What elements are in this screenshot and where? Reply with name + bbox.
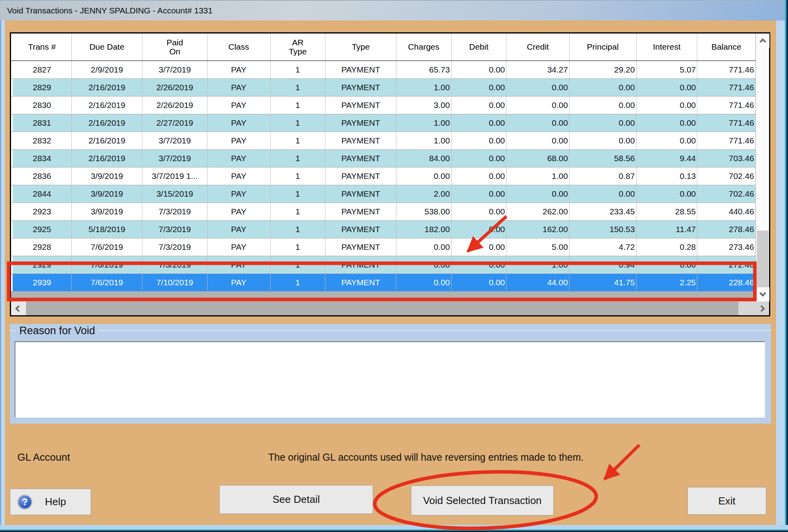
- groupbox-border: [10, 330, 771, 331]
- table-cell: 0.00: [452, 97, 507, 114]
- table-cell: PAY: [207, 167, 271, 185]
- table-cell: PAY: [207, 61, 271, 78]
- table-cell: 1: [271, 114, 326, 132]
- help-button[interactable]: ? Help: [10, 489, 91, 515]
- column-header[interactable]: Paid On: [142, 33, 207, 60]
- table-cell: 771.46: [697, 132, 756, 149]
- table-row[interactable]: 29233/9/20197/3/2019PAY1PAYMENT538.000.0…: [11, 203, 756, 221]
- table-cell: 0.00: [570, 185, 637, 203]
- table-row[interactable]: 29397/6/20197/10/2019PAY1PAYMENT0.000.00…: [11, 274, 756, 292]
- table-cell: 2929: [13, 256, 72, 273]
- title-bar: Void Transactions - JENNY SPALDING - Acc…: [0, 0, 788, 20]
- column-header[interactable]: AR Type: [271, 33, 326, 60]
- vertical-scroll-thumb[interactable]: [757, 231, 769, 288]
- table-cell: 0.00: [637, 97, 698, 114]
- table-cell: PAY: [207, 274, 271, 291]
- void-selected-transaction-button[interactable]: Void Selected Transaction: [411, 485, 554, 515]
- table-cell: PAYMENT: [325, 150, 396, 167]
- table-row[interactable]: 28342/16/20193/7/2019PAY1PAYMENT84.000.0…: [11, 150, 756, 167]
- table-row[interactable]: 29297/6/20197/3/2019PAY1PAYMENT0.000.001…: [11, 256, 756, 274]
- exit-button[interactable]: Exit: [687, 487, 766, 515]
- table-cell: 65.73: [396, 61, 452, 78]
- table-cell: 7/10/2019: [142, 274, 207, 291]
- table-cell: 3/9/2019: [72, 185, 143, 203]
- table-cell: 3/9/2019: [72, 203, 143, 220]
- table-cell: 0.00: [506, 132, 570, 149]
- table-cell: 0.00: [396, 238, 452, 256]
- table-cell: 0.00: [506, 114, 570, 132]
- table-cell: 2925: [13, 221, 72, 238]
- table-cell: 0.00: [506, 79, 570, 96]
- table-cell: 0.94: [570, 256, 637, 273]
- scroll-right-button[interactable]: [754, 301, 769, 315]
- window-border-right: [776, 20, 785, 532]
- vertical-scrollbar[interactable]: [756, 33, 769, 301]
- table-cell: 7/6/2019: [72, 256, 143, 273]
- table-cell: 0.00: [570, 114, 637, 132]
- table-cell: 2.25: [637, 274, 698, 291]
- table-row[interactable]: 29255/18/20197/3/2019PAY1PAYMENT182.000.…: [11, 221, 756, 238]
- horizontal-scrollbar[interactable]: [11, 301, 769, 315]
- column-header[interactable]: Balance: [697, 33, 756, 60]
- table-cell: 1: [271, 185, 326, 203]
- table-row[interactable]: 29287/6/20197/3/2019PAY1PAYMENT0.000.005…: [11, 238, 756, 256]
- column-header[interactable]: Interest: [637, 33, 698, 60]
- table-row[interactable]: 28272/9/20193/7/2019PAY1PAYMENT65.730.00…: [11, 61, 756, 79]
- table-cell: 7/3/2019: [142, 221, 207, 238]
- scroll-up-button[interactable]: [756, 33, 769, 48]
- table-cell: PAY: [207, 132, 271, 149]
- table-cell: 41.75: [570, 274, 637, 291]
- table-header-row: Trans #Due DatePaid OnClassAR TypeTypeCh…: [11, 33, 756, 61]
- column-header[interactable]: Due Date: [72, 33, 143, 60]
- chevron-down-icon: [760, 290, 766, 297]
- see-detail-button[interactable]: See Detail: [219, 485, 373, 514]
- table-cell: 0.00: [506, 97, 570, 114]
- table-cell: 0.00: [452, 61, 507, 78]
- table-cell: PAYMENT: [325, 79, 396, 96]
- table-cell: 0.00: [452, 203, 507, 220]
- reason-for-void-group: Reason for Void: [10, 324, 771, 424]
- reversing-entries-message: The original GL accounts used will have …: [205, 452, 647, 463]
- table-cell: 0.00: [570, 79, 637, 96]
- column-header[interactable]: Debit: [452, 33, 507, 60]
- table-cell: 0.00: [570, 97, 637, 114]
- table-cell: 0.00: [637, 79, 698, 96]
- table-row[interactable]: 28363/9/20193/7/2019 1...PAY1PAYMENT0.00…: [11, 167, 756, 185]
- horizontal-scroll-thumb[interactable]: [26, 301, 738, 315]
- table-cell: 0.00: [452, 132, 507, 149]
- table-cell: 771.46: [697, 114, 756, 132]
- table-cell: PAYMENT: [325, 238, 396, 256]
- table-row[interactable]: 28443/9/20193/15/2019PAY1PAYMENT2.000.00…: [11, 185, 756, 203]
- column-header[interactable]: Credit: [506, 33, 570, 60]
- table-row[interactable]: 28292/16/20192/26/2019PAY1PAYMENT1.000.0…: [11, 79, 756, 97]
- column-header[interactable]: Trans #: [13, 33, 72, 60]
- table-cell: 2844: [13, 185, 72, 203]
- help-button-label: Help: [45, 496, 66, 508]
- column-header[interactable]: Type: [325, 33, 396, 60]
- chevron-right-icon: [758, 305, 765, 312]
- table-cell: 0.00: [452, 79, 507, 96]
- table-cell: 0.00: [637, 132, 698, 149]
- reason-for-void-input[interactable]: [15, 341, 765, 418]
- table-cell: PAY: [207, 114, 271, 132]
- scroll-down-button[interactable]: [756, 287, 769, 301]
- table-cell: 0.00: [452, 256, 507, 273]
- table-cell: 9.44: [637, 150, 698, 167]
- table-cell: PAY: [207, 221, 271, 238]
- table-cell: 5.07: [637, 61, 698, 78]
- scroll-left-button[interactable]: [11, 301, 26, 315]
- table-cell: 58.56: [570, 150, 637, 167]
- table-cell: 262.00: [506, 203, 570, 220]
- column-header[interactable]: Principal: [570, 33, 637, 60]
- table-cell: PAY: [207, 238, 271, 256]
- table-cell: 2/26/2019: [142, 97, 207, 114]
- table-row[interactable]: 28322/16/20193/7/2019PAY1PAYMENT1.000.00…: [11, 132, 756, 150]
- table-cell: 0.00: [452, 185, 507, 203]
- table-cell: 2827: [13, 61, 72, 78]
- table-cell: PAYMENT: [325, 114, 396, 132]
- table-row[interactable]: 28302/16/20192/26/2019PAY1PAYMENT3.000.0…: [11, 97, 756, 114]
- window-border-bottom: [0, 525, 788, 530]
- column-header[interactable]: Class: [207, 33, 271, 60]
- column-header[interactable]: Charges: [396, 33, 452, 60]
- table-row[interactable]: 28312/16/20192/27/2019PAY1PAYMENT1.000.0…: [11, 114, 756, 132]
